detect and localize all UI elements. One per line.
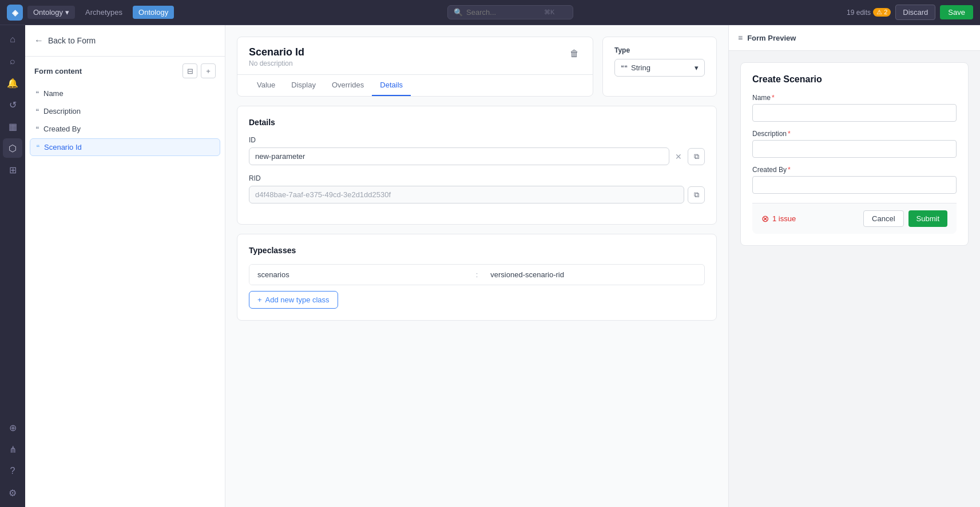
plus-icon: + — [257, 296, 262, 304]
preview-footer: ⊗ 1 issue Cancel Submit — [752, 203, 957, 234]
required-star: * — [788, 166, 791, 174]
field-title-group: Scenario Id No description — [249, 46, 304, 67]
ontology-dropdown-button[interactable]: Ontology ▾ — [27, 6, 75, 19]
preview-field-name: Name * — [752, 94, 957, 122]
typeclass-value: versioned-scenario-rid — [482, 265, 704, 285]
nav-right: 19 edits ⚠ 2 Discard Save — [847, 5, 973, 20]
type-label: Type — [614, 46, 705, 54]
typeclasses-section: Typeclasses scenarios : versioned-scenar… — [237, 234, 717, 321]
form-content-label: Form content — [34, 67, 82, 75]
warning-badge: ⚠ 2 — [873, 8, 891, 17]
ontology-active-tab[interactable]: Ontology — [133, 6, 174, 19]
main-content: Scenario Id No description 🗑 Value Displ… — [225, 25, 728, 507]
type-value: String — [631, 63, 650, 72]
id-field-group: ID ✕ ⧉ — [249, 136, 705, 165]
field-tabs: Value Display Overrides Details — [237, 74, 593, 96]
field-card-header: Scenario Id No description 🗑 — [237, 37, 593, 74]
tab-value[interactable]: Value — [249, 75, 283, 96]
preview-field-description: Description * — [752, 130, 957, 158]
typeclass-separator: : — [471, 270, 483, 279]
form-preview-header: ≡ Form Preview — [729, 25, 980, 51]
footer-actions: Cancel Submit — [863, 210, 947, 227]
icon-sidebar: ⌂ ⌕ 🔔 ↺ ▦ ⬡ ⊞ ⊕ ⋔ ? ⚙ — [0, 25, 25, 507]
chevron-down-icon: ▾ — [65, 8, 69, 17]
form-preview-body: Create Scenario Name * Description * — [729, 51, 980, 507]
id-input-row: ✕ ⧉ — [249, 147, 705, 165]
preview-created-by-input[interactable] — [752, 176, 957, 194]
search-area: 🔍 ⌘K — [178, 5, 842, 19]
required-star: * — [772, 94, 775, 102]
back-arrow-icon: ← — [34, 35, 43, 46]
apps-icon[interactable]: ⊞ — [3, 160, 22, 179]
details-section: Details ID ✕ ⧉ RID ⧉ — [237, 106, 717, 225]
globe-icon[interactable]: ⊕ — [3, 418, 22, 437]
issue-icon: ⊗ — [761, 213, 769, 224]
preview-name-input[interactable] — [752, 104, 957, 122]
form-item-created-by[interactable]: ❝ Created By — [30, 121, 220, 137]
chevron-down-icon: ▾ — [695, 63, 699, 72]
back-to-form-button[interactable]: ← Back to Form — [25, 25, 225, 57]
submit-button[interactable]: Submit — [908, 210, 947, 227]
clear-id-button[interactable]: ✕ — [673, 152, 684, 161]
box-icon[interactable]: ⬡ — [3, 138, 22, 158]
id-input[interactable] — [249, 147, 669, 165]
form-items: ❝ Name ❝ Description ❝ Created By ❝ Scen… — [25, 83, 225, 158]
preview-description-input[interactable] — [752, 140, 957, 158]
required-star: * — [788, 130, 791, 138]
copy-id-button[interactable]: ⧉ — [688, 148, 705, 165]
preview-created-by-label: Created By * — [752, 166, 957, 174]
form-item-scenario-id[interactable]: ❝ Scenario Id — [30, 138, 220, 156]
field-title: Scenario Id — [249, 46, 304, 58]
top-section: Scenario Id No description 🗑 Value Displ… — [237, 37, 717, 97]
rid-input-row: ⧉ — [249, 186, 705, 203]
preview-name-label: Name * — [752, 94, 957, 102]
form-content-header: Form content ⊟ + — [25, 57, 225, 83]
help-icon[interactable]: ? — [3, 461, 22, 481]
tab-display[interactable]: Display — [283, 75, 324, 96]
field-no-description: No description — [249, 59, 304, 67]
form-preview-panel: ≡ Form Preview Create Scenario Name * De… — [728, 25, 980, 507]
discard-button[interactable]: Discard — [895, 5, 935, 20]
bell-icon[interactable]: 🔔 — [3, 73, 22, 93]
delete-button[interactable]: 🗑 — [568, 46, 581, 61]
search-icon[interactable]: ⌕ — [3, 51, 22, 71]
form-item-name[interactable]: ❝ Name — [30, 85, 220, 102]
search-box: 🔍 ⌘K — [447, 5, 573, 19]
add-type-class-button[interactable]: + Add new type class — [249, 291, 338, 309]
search-icon: 🔍 — [454, 8, 463, 17]
form-item-description[interactable]: ❝ Description — [30, 103, 220, 119]
rid-field-group: RID ⧉ — [249, 174, 705, 203]
tab-overrides[interactable]: Overrides — [324, 75, 372, 96]
string-icon: ❝ — [35, 90, 39, 98]
typeclasses-title: Typeclasses — [249, 246, 705, 255]
archetypes-tab[interactable]: Archetypes — [80, 6, 128, 19]
settings-icon[interactable]: ⚙ — [3, 483, 22, 502]
collapse-button[interactable]: ⊟ — [182, 63, 197, 78]
search-shortcut: ⌘K — [544, 9, 554, 16]
content-sidebar: ← Back to Form Form content ⊟ + ❝ Name ❝… — [25, 25, 225, 507]
edits-badge: 19 edits ⚠ 2 — [847, 8, 891, 17]
save-button[interactable]: Save — [940, 5, 973, 19]
branch-icon[interactable]: ⋔ — [3, 440, 22, 459]
rid-label: RID — [249, 174, 705, 182]
add-field-button[interactable]: + — [201, 63, 216, 78]
search-input[interactable] — [466, 8, 541, 17]
preview-title: Form Preview — [747, 34, 796, 42]
tab-details[interactable]: Details — [372, 75, 411, 96]
string-icon: ❝ — [35, 125, 39, 133]
history-icon[interactable]: ↺ — [3, 95, 22, 114]
nav-logo: ◈ — [7, 5, 23, 21]
header-actions: ⊟ + — [182, 63, 216, 78]
preview-field-created-by: Created By * — [752, 166, 957, 194]
main-layout: ⌂ ⌕ 🔔 ↺ ▦ ⬡ ⊞ ⊕ ⋔ ? ⚙ ← Back to Form For… — [0, 25, 980, 507]
type-select[interactable]: ❝❝ String ▾ — [614, 59, 705, 77]
copy-rid-button[interactable]: ⧉ — [688, 186, 705, 203]
home-icon[interactable]: ⌂ — [3, 30, 22, 49]
cancel-button[interactable]: Cancel — [863, 210, 903, 227]
top-nav: ◈ Ontology ▾ Archetypes Ontology 🔍 ⌘K 19… — [0, 0, 980, 25]
string-type-icon: ❝❝ — [621, 64, 628, 71]
field-card: Scenario Id No description 🗑 Value Displ… — [237, 37, 593, 97]
details-title: Details — [249, 118, 705, 127]
chart-icon[interactable]: ▦ — [3, 117, 22, 136]
typeclass-row: scenarios : versioned-scenario-rid — [249, 264, 705, 285]
